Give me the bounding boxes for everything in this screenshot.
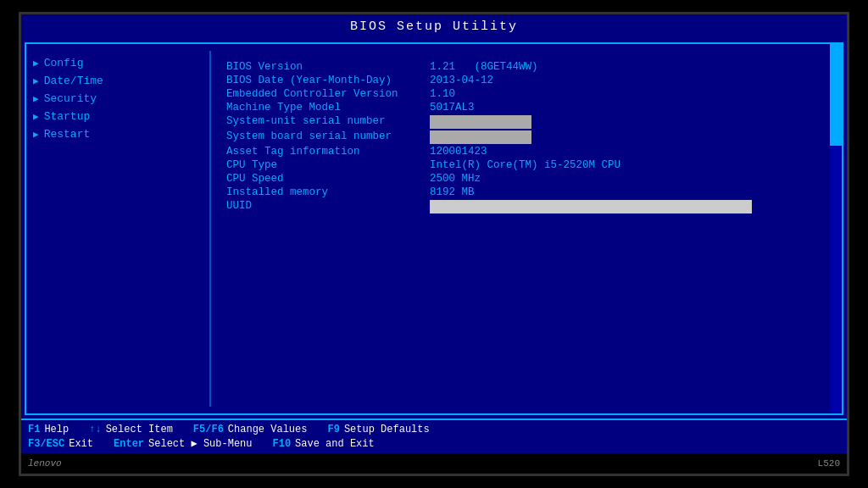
info-row-bios-date: BIOS Date (Year-Month-Day) 2013-04-12 [226,75,826,86]
menu-item-config[interactable]: ▶ Config [33,54,194,72]
menu-label-config: Config [44,57,84,69]
main-area: ▶ Config ▶ Date/Time ▶ Security ▶ Startu… [21,39,847,419]
value-system-unit-serial [430,115,531,129]
info-row-cpu-speed: CPU Speed 2500 MHz [226,173,826,185]
inner-content: ▶ Config ▶ Date/Time ▶ Security ▶ Startu… [26,44,842,413]
footer-key-f3esc: F3/ESC [28,438,64,450]
footer-key-enter: Enter [114,438,144,450]
label-cpu-type: CPU Type [226,159,430,171]
footer-enter: Enter Select ▶ Sub-Menu [114,437,252,450]
footer: F1 Help ↑↓ Select Item F5/F6 Change Valu… [21,419,847,453]
value-ec-version: 1.10 [430,88,455,100]
value-asset-tag: 120001423 [430,146,487,158]
brand-logo: lenovo [28,458,62,469]
footer-key-f5f6: F5/F6 [193,424,224,435]
value-uuid [430,200,752,214]
brand-bar: lenovo L520 [21,453,847,474]
label-ec-version: Embedded Controller Version [226,88,430,100]
footer-desc-f3esc: Exit [69,438,93,450]
label-memory: Installed memory [226,186,430,198]
value-memory: 8192 MB [430,186,475,198]
footer-desc-f1: Help [44,424,69,435]
footer-row-2: F3/ESC Exit Enter Select ▶ Sub-Menu F10 … [28,437,840,450]
footer-row-1: F1 Help ↑↓ Select Item F5/F6 Change Valu… [28,424,840,435]
value-cpu-speed: 2500 MHz [430,173,481,185]
footer-f5f6: F5/F6 Change Values [193,424,308,435]
arrow-icon-security: ▶ [33,93,39,104]
right-panel: BIOS Version 1.21 (8GET44WW) BIOS Date (… [218,51,826,407]
arrow-icon-restart: ▶ [33,129,39,140]
footer-key-f9: F9 [327,424,339,435]
label-bios-date: BIOS Date (Year-Month-Day) [226,75,430,86]
scrollbar-track [830,44,842,413]
footer-arrows: ↑↓ Select Item [89,424,173,435]
value-machine-type: 5017AL3 [430,102,475,114]
content-panel: ▶ Config ▶ Date/Time ▶ Security ▶ Startu… [25,42,843,415]
arrow-icon-startup: ▶ [33,111,39,122]
menu-item-security[interactable]: ▶ Security [33,90,194,108]
info-row-system-unit-serial: System-unit serial number [226,115,826,129]
label-system-unit-serial: System-unit serial number [226,115,430,127]
footer-f9: F9 Setup Defaults [327,424,429,435]
footer-key-f1: F1 [28,424,40,435]
vertical-divider [209,51,211,407]
footer-desc-f9: Setup Defaults [344,424,430,435]
label-cpu-speed: CPU Speed [226,173,430,185]
label-asset-tag: Asset Tag information [226,146,430,158]
menu-label-datetime: Date/Time [44,75,103,87]
model-label: L520 [818,458,840,469]
menu-label-security: Security [44,92,97,105]
value-system-board-serial [430,130,531,144]
info-row-ec-version: Embedded Controller Version 1.10 [226,88,826,100]
label-machine-type: Machine Type Model [226,102,430,114]
menu-item-datetime[interactable]: ▶ Date/Time [33,72,194,90]
arrow-icon-datetime: ▶ [33,75,39,86]
title-bar: BIOS Setup Utility [21,14,847,39]
footer-f3esc: F3/ESC Exit [28,437,93,450]
footer-f10: F10 Save and Exit [273,437,375,450]
label-system-board-serial: System board serial number [226,130,430,142]
info-row-system-board-serial: System board serial number [226,130,826,144]
scrollbar-thumb[interactable] [830,44,842,146]
scrollbar[interactable] [830,44,842,413]
info-row-machine-type: Machine Type Model 5017AL3 [226,102,826,114]
value-bios-date: 2013-04-12 [430,75,493,86]
info-row-bios-version: BIOS Version 1.21 (8GET44WW) [226,61,826,73]
info-row-memory: Installed memory 8192 MB [226,186,826,198]
info-row-cpu-type: CPU Type Intel(R) Core(TM) i5-2520M CPU [226,159,826,171]
label-uuid: UUID [226,200,430,212]
info-row-asset-tag: Asset Tag information 120001423 [226,146,826,158]
footer-key-f10: F10 [273,438,292,450]
bios-title: BIOS Setup Utility [350,19,518,34]
info-row-uuid: UUID [226,200,826,214]
value-cpu-type: Intel(R) Core(TM) i5-2520M CPU [430,159,620,171]
arrow-icon-config: ▶ [33,58,39,69]
menu-label-restart: Restart [44,128,91,141]
label-bios-version: BIOS Version [226,61,430,73]
bios-screen: BIOS Setup Utility ▶ Config ▶ Date/Time … [19,12,849,476]
footer-desc-f10: Save and Exit [295,438,375,450]
footer-layout: F1 Help ↑↓ Select Item F5/F6 Change Valu… [28,424,840,450]
value-bios-version: 1.21 (8GET44WW) [430,61,538,73]
footer-f1: F1 Help [28,424,69,435]
menu-item-startup[interactable]: ▶ Startup [33,108,194,125]
footer-key-arrows: ↑↓ [89,424,101,435]
left-panel: ▶ Config ▶ Date/Time ▶ Security ▶ Startu… [33,51,203,407]
footer-desc-arrows: Select Item [106,424,173,435]
menu-label-startup: Startup [44,110,91,123]
footer-desc-f5f6: Change Values [228,424,308,435]
menu-item-restart[interactable]: ▶ Restart [33,125,194,143]
footer-desc-enter: Select ▶ Sub-Menu [148,437,252,450]
